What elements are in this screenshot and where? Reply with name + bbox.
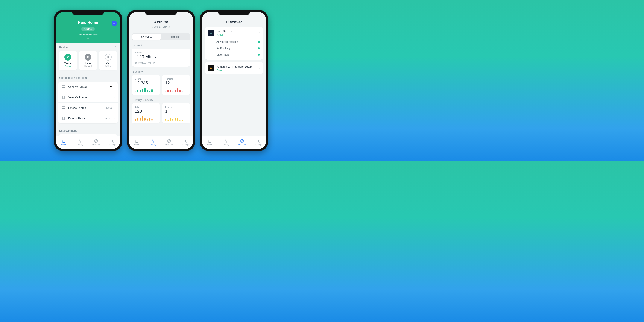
scans-value: 12,345 [135,80,157,86]
profile-card[interactable]: V Veerle Online [59,51,77,70]
tab-settings[interactable]: Settings [177,139,193,146]
phone-icon [62,116,66,120]
tab-label: Home [61,144,66,146]
activity-date-range: June 27–July 3 [132,25,190,28]
threats-value: 12 [165,80,187,86]
chevron-up-icon: ⌃ [115,129,117,132]
group1-section-head[interactable]: Computers & Personal ⌃ [56,73,120,82]
tab-label: Discover [92,144,100,146]
group2-section-head[interactable]: Entertainment ⌃ [56,126,120,134]
tab-home[interactable]: Home [202,139,218,146]
segmented-control: Overview Timeline [132,34,190,40]
tab-label: Activity [223,144,229,146]
status-dot-icon [258,48,260,49]
security-label: Security [129,66,193,75]
amazon-setup-head[interactable]: a Amazon Wi-Fi Simple Setup Active › [205,62,263,74]
discover-icon [167,139,171,143]
feature-row[interactable]: Advanced Security [205,39,263,45]
tab-label: Home [207,144,212,146]
status-dot-icon [258,54,260,56]
home-icon [208,139,212,143]
tab-activity[interactable]: Activity [72,139,88,146]
chevron-up-icon: ⌃ [115,46,117,49]
tab-home[interactable]: Home [56,139,72,146]
profiles-label: Profiles [59,46,68,49]
chevron-right-icon: › [259,66,260,70]
tab-timeline[interactable]: Timeline [161,34,190,40]
device-row[interactable]: Sonos 1 › [58,134,118,136]
activity-icon [151,139,155,143]
tab-discover[interactable]: Discover [161,139,177,146]
tab-label: Activity [150,144,156,146]
settings-icon [256,139,260,143]
svg-rect-5 [62,106,65,108]
tab-settings[interactable]: Settings [104,139,120,146]
phone-home: + Ruis Home Online eero Secure is active… [54,10,122,151]
status-dot-icon [258,41,260,43]
wifi-icon [109,85,112,89]
device-name: Ester's Laptop [68,106,101,110]
amazon-setup-name: Amazon Wi-Fi Simple Setup [217,65,257,68]
activity-icon [78,139,82,143]
add-button[interactable]: + [112,21,117,26]
eero-secure-head[interactable]: eero Secure Active › [205,27,263,39]
scans-card[interactable]: Scans 12,345 [132,75,160,95]
profiles-section-head[interactable]: Profiles ⌃ [56,43,120,51]
speed-card[interactable]: Speed ↓123 Mbps Yesterday, 4:04 PM [132,49,190,66]
avatar: E [84,54,92,60]
profile-status: Offline [100,65,116,68]
threats-chart [165,88,187,92]
tab-discover[interactable]: Discover [88,139,104,146]
tab-settings[interactable]: Settings [250,139,266,146]
device-row[interactable]: Ester's Phone Paused› [58,113,118,124]
tab-overview[interactable]: Overview [132,34,161,40]
discover-icon [94,139,98,143]
discover-title: Discover [205,20,263,24]
ads-value: 123 [135,109,157,114]
device-status-text: Paused [104,106,112,109]
device-row[interactable]: Veerle's Laptop › [58,82,118,92]
phone-activity: Activity June 27–July 3 Overview Timelin… [127,10,195,151]
tab-label: Home [134,144,139,146]
secure-status-text: eero Secure is active [59,34,117,36]
speed-time: Yesterday, 4:04 PM [135,62,187,64]
device-name: Ester's Phone [68,117,101,120]
tab-label: Settings [254,144,262,146]
threats-card[interactable]: Threats 12 [162,75,190,95]
chevron-right-icon: › [114,106,115,109]
tab-label: Settings [182,144,189,146]
device-row[interactable]: Veerle's Phone › [58,92,118,102]
device-status-text: Paused [104,117,112,120]
svg-point-4 [110,98,111,98]
tab-activity[interactable]: Activity [218,139,234,146]
chevron-right-icon: › [114,85,115,88]
feature-row[interactable]: Safe Filters [205,52,263,58]
amazon-icon: a [208,65,214,71]
tab-home[interactable]: Home [129,139,145,146]
group1-label: Computers & Personal [59,76,87,80]
profile-card[interactable]: E Ester Paused [79,51,97,70]
feature-label: Advanced Security [216,40,238,43]
chevron-down-icon[interactable]: ⌄ [59,37,117,40]
profile-status: Online [60,65,76,68]
home-icon [135,139,139,143]
profile-name: Ester [80,62,96,65]
amazon-setup-status: Active [217,69,257,71]
shield-icon [208,30,214,36]
notch [218,10,250,15]
chevron-up-icon: ⌃ [115,76,117,80]
ads-card[interactable]: Ads 123 [132,103,160,123]
filters-value: 1 [165,109,187,114]
eero-secure-status: Active [217,34,257,36]
filters-card[interactable]: Filters 1 [162,103,190,123]
profile-card[interactable]: P Pan Offline [99,51,117,70]
feature-row[interactable]: Ad Blocking [205,45,263,52]
svg-point-17 [258,140,259,142]
tab-activity[interactable]: Activity [145,139,161,146]
tab-discover[interactable]: Discover [234,139,250,146]
settings-icon [110,139,114,143]
svg-point-13 [112,140,113,142]
device-row[interactable]: Ester's Laptop Paused› [58,102,118,113]
phone-discover: Discover eero Secure Active › Advanced S… [200,10,268,151]
home-header: + Ruis Home Online eero Secure is active… [56,12,120,43]
